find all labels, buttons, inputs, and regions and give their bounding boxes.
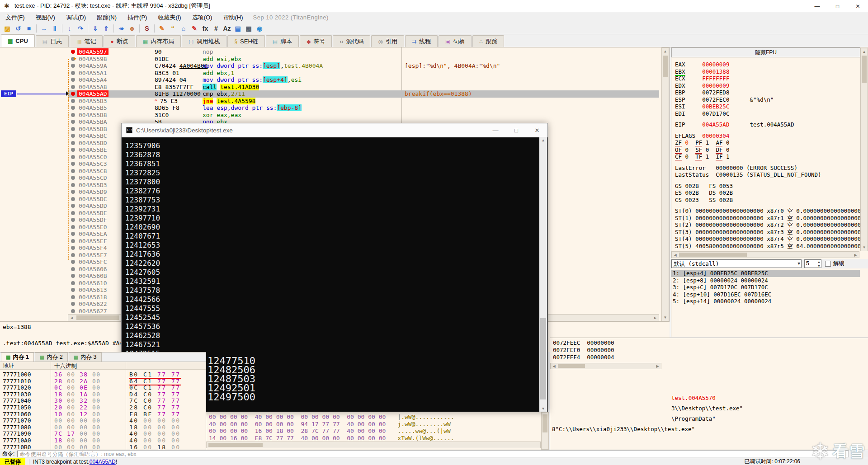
restart-icon[interactable]: ↺	[13, 23, 24, 33]
breakpoint-dot[interactable]	[71, 274, 75, 278]
argument-row[interactable]: 1: [esp+4] 00BEB25C 00BEB25C	[671, 270, 860, 277]
breakpoint-dot[interactable]	[71, 197, 75, 201]
command-input[interactable]	[17, 451, 849, 457]
breakpoint-address-link[interactable]: 004A55AD	[90, 459, 116, 465]
breakpoint-dot[interactable]	[71, 127, 75, 131]
step-into-icon[interactable]: ↓	[64, 23, 75, 33]
close-button[interactable]: ✕	[848, 0, 868, 12]
tab-source[interactable]: ‹›源代码	[333, 35, 370, 47]
dump-row[interactable]: 777710907C 17 00 0040 00 00 00	[0, 430, 206, 437]
console-title-bar[interactable]: C:\ C:\Users\xia0ji233\Desktop\test.exe …	[122, 123, 547, 137]
breakpoint-dot[interactable]	[71, 211, 75, 215]
dump-row[interactable]: 777710A018 00 00 0040 00 00 00	[0, 437, 206, 444]
menu-v[interactable]: 视图(V)	[30, 13, 61, 23]
argument-row[interactable]: 5: [esp+14] 00000024 00000024	[671, 298, 860, 305]
user-mode-icon[interactable]: ☻	[127, 23, 137, 33]
dump-row[interactable]: 7777103018 00 1A 00D4 C0 77 77	[0, 391, 206, 398]
breakpoint-dot[interactable]	[71, 225, 75, 229]
dump-row[interactable]: 7777104030 00 32 007C C0 77 77	[0, 397, 206, 404]
menu-h[interactable]: 帮助(H)	[217, 13, 248, 23]
breakpoint-dot[interactable]	[71, 64, 75, 68]
disasm-vscrollbar[interactable]: ▲▼	[661, 47, 669, 321]
console-close-button[interactable]: ✕	[527, 123, 547, 137]
stack-pane[interactable]: 0072FEEC 000000000072FEF0 000000000072FE…	[550, 338, 868, 450]
disasm-row[interactable]: 004A55AD81FB 11270000cmp ebx,2711breakif…	[0, 90, 670, 98]
stack-row[interactable]: 0072FEEC 00000000	[553, 339, 614, 346]
breakpoint-dot[interactable]	[71, 246, 75, 250]
disasm-row[interactable]: 004A55A4897424 04mov dword ptr ss:[esp+4…	[0, 76, 670, 84]
pause-icon[interactable]: ‖	[49, 23, 60, 33]
fpu-scrollbar[interactable]: ◀ ▶	[671, 251, 859, 258]
dump-row[interactable]: 7777100036 00 38 00B0 C1 77 77	[0, 371, 206, 378]
tab-handles[interactable]: ▣句柄	[439, 35, 472, 47]
dump-row[interactable]: 7777108000 00 00 0018 00 00 00	[0, 424, 206, 431]
dump-row[interactable]: 777710200C 00 0E 000C C1 77 77	[0, 384, 206, 391]
step-out-icon[interactable]: ⇑	[101, 23, 112, 33]
help-globe-icon[interactable]: ◉	[254, 23, 265, 33]
comment-icon[interactable]: “	[167, 23, 178, 33]
breakpoint-dot[interactable]	[71, 302, 75, 306]
console-maximize-button[interactable]: □	[506, 123, 527, 137]
trace-into-icon[interactable]: ⇓	[90, 23, 101, 33]
dump-tab[interactable]: ▦内存 3	[69, 352, 102, 362]
label-icon[interactable]: ⌂	[178, 23, 189, 33]
unlock-checkbox[interactable]	[825, 261, 831, 267]
menu-p[interactable]: 插件(P)	[122, 13, 152, 23]
calculator-icon[interactable]: ▩	[243, 23, 254, 33]
menu-d[interactable]: 调试(D)	[61, 13, 91, 23]
disasm-row[interactable]: 004A55A8E8 8357F7FFcall test.41AD30	[0, 84, 670, 91]
disasm-row[interactable]: 004A55A183C3 01add ebx,1	[0, 70, 670, 77]
assemble-icon[interactable]: Az	[222, 23, 232, 33]
argument-row[interactable]: 3: [esp+C] 007D170C 007D170C	[671, 284, 860, 291]
tab-references[interactable]: ◎引用	[371, 35, 404, 47]
menu-f[interactable]: 文件(F)	[0, 13, 30, 23]
tab-seh[interactable]: §SEH链	[227, 35, 264, 47]
breakpoint-dot[interactable]	[71, 267, 75, 271]
patch-icon[interactable]: ✎	[156, 23, 167, 33]
tab-threads[interactable]: ⇉线程	[405, 35, 438, 47]
minimize-button[interactable]: —	[807, 0, 827, 12]
tab-notes[interactable]: ▥笔记	[70, 35, 103, 47]
breakpoint-dot[interactable]	[71, 162, 75, 166]
breakpoint-dot[interactable]	[71, 106, 75, 110]
stack-row[interactable]: 0072FEF4 00000004	[553, 354, 614, 361]
arg-depth-stepper[interactable]: 5 ▲▼	[804, 259, 821, 268]
registers-scrollbar[interactable]: ▲ ▼	[860, 48, 868, 251]
breakpoint-dot[interactable]	[71, 113, 75, 117]
argument-row[interactable]: 2: [esp+8] 00000024 00000024	[671, 277, 860, 284]
breakpoint-dot[interactable]	[71, 78, 75, 82]
disasm-row[interactable]: 004A559790nop	[0, 48, 670, 56]
record-trace-icon[interactable]: S	[142, 23, 152, 33]
breakpoint-dot[interactable]	[71, 92, 75, 96]
breakpoint-dot[interactable]	[71, 281, 75, 285]
hash-icon[interactable]: #	[211, 23, 222, 33]
menu-i[interactable]: 收藏夹(I)	[152, 13, 186, 23]
dump-tab[interactable]: ▦内存 1	[1, 352, 34, 362]
console-minimize-button[interactable]: —	[485, 123, 506, 137]
tab-trace[interactable]: ∴跟踪	[472, 35, 504, 47]
menu-n[interactable]: 跟踪(N)	[91, 13, 122, 23]
breakpoint-dot[interactable]	[71, 260, 75, 264]
breakpoint-dot[interactable]	[71, 176, 75, 180]
calling-convention-select[interactable]: 默认 (stdcall) ▼	[671, 259, 802, 268]
disasm-row[interactable]: 004A55B58D65 F8lea esp,dword ptr ss:[ebp…	[0, 104, 670, 112]
breakpoint-dot[interactable]	[71, 85, 75, 89]
hide-fpu-button[interactable]: 隐藏FPU	[671, 47, 860, 57]
disasm-row[interactable]: 004A55B831C0xor eax,eax	[0, 112, 670, 119]
tab-log[interactable]: ▤日志	[36, 35, 69, 47]
breakpoint-dot[interactable]	[71, 155, 75, 159]
breakpoint-dot[interactable]	[71, 232, 75, 236]
dump-row[interactable]: 7777106010 00 12 00F8 BF 77 77	[0, 411, 206, 418]
breakpoint-dot[interactable]	[71, 239, 75, 243]
stop-icon[interactable]: ■	[24, 23, 34, 33]
dump-row[interactable]: 777710B000 00 00 0016 00 18 00	[0, 444, 206, 450]
dump-row[interactable]: 7777101028 00 2A 0064 C1 77 77	[0, 378, 206, 385]
stack-row[interactable]: 0072FEF0 00000000	[553, 347, 614, 353]
breakpoint-dot[interactable]	[71, 120, 75, 124]
dump-hscrollbar[interactable]	[206, 442, 541, 448]
breakpoint-dot[interactable]	[71, 253, 75, 257]
function-icon[interactable]: fx	[200, 23, 211, 33]
breakpoint-dot[interactable]	[71, 134, 75, 138]
open-file-icon[interactable]: ▨	[2, 23, 13, 33]
dump-tab[interactable]: ▦内存 2	[35, 352, 68, 362]
